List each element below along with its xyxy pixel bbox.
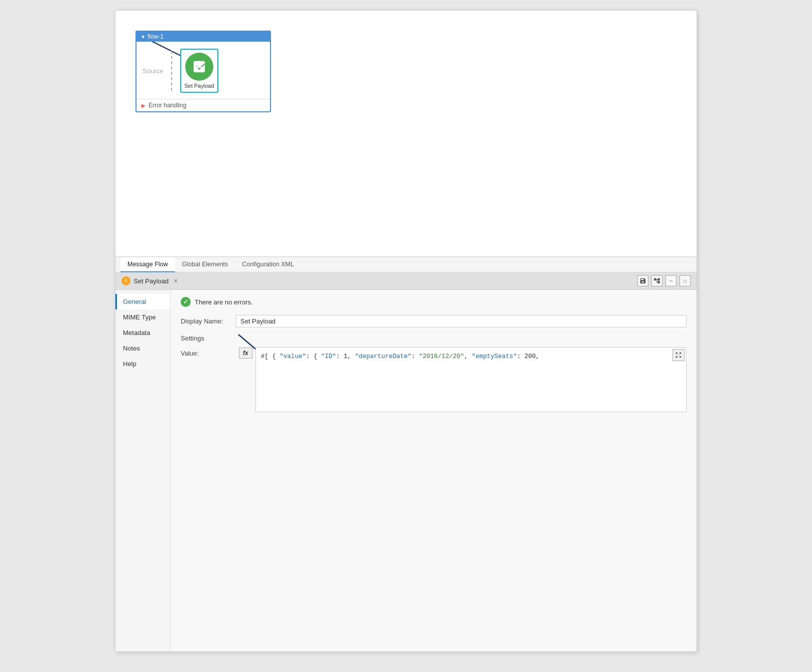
panel-sidebar: General MIME Type Metadata Notes Help (115, 290, 171, 651)
panel-title-text: Set Payload (133, 277, 169, 285)
check-icon: ✓ (181, 297, 191, 307)
code-editor[interactable]: #[ { "value": { "ID": 1, "departureDate"… (255, 347, 687, 412)
code-editor-wrapper: #[ { "value": { "ID": 1, "departureDate"… (255, 347, 687, 412)
flow-body: Source Set Payload (137, 42, 270, 99)
main-window: ▼ flow-1 Source Set Payload (115, 10, 697, 652)
settings-heading: Settings (181, 334, 204, 342)
sidebar-item-metadata[interactable]: Metadata (115, 325, 170, 341)
save-toolbar-icon[interactable] (637, 275, 648, 286)
payload-svg-icon (192, 59, 207, 74)
panel-toolbar-icons: − □ (637, 275, 691, 286)
canvas-area: ▼ flow-1 Source Set Payload (115, 11, 697, 256)
sidebar-item-help[interactable]: Help (115, 356, 170, 372)
panel-main: ✓ There are no errors. Display Name: Set… (171, 290, 697, 651)
panel-title-bar: ! Set Payload × − (115, 272, 697, 290)
tab-message-flow[interactable]: Message Flow (120, 257, 175, 272)
flow-header: ▼ flow-1 (137, 32, 270, 42)
no-errors-text: There are no errors. (195, 298, 253, 306)
svg-rect-2 (195, 67, 203, 68)
maximize-toolbar-icon[interactable]: □ (680, 275, 691, 286)
minimize-toolbar-icon[interactable]: − (665, 275, 676, 286)
error-handling-bar[interactable]: ▶ Error handling (137, 99, 270, 111)
set-payload-icon (185, 53, 213, 81)
sidebar-item-mime-type[interactable]: MIME Type (115, 309, 170, 325)
panel-title-left: ! Set Payload × (121, 276, 180, 285)
svg-rect-1 (195, 64, 203, 66)
flow-collapse-icon[interactable]: ▼ (141, 34, 146, 40)
properties-panel: ! Set Payload × − (115, 272, 697, 651)
error-triangle-icon: ▶ (142, 103, 146, 108)
value-row: Value: fx #[ { "value": { "ID": 1, "depa… (181, 347, 687, 412)
tab-global-elements[interactable]: Global Elements (175, 257, 235, 272)
sidebar-item-general[interactable]: General (115, 294, 170, 309)
error-handling-label: Error handling (149, 102, 186, 109)
sidebar-item-notes[interactable]: Notes (115, 341, 170, 356)
panel-content: General MIME Type Metadata Notes Help ✓ … (115, 290, 697, 651)
flow-container: ▼ flow-1 Source Set Payload (136, 31, 271, 112)
display-name-input[interactable] (236, 315, 687, 327)
fx-button[interactable]: fx (239, 348, 252, 359)
tree-toolbar-icon[interactable] (651, 275, 662, 286)
flow-separator (171, 51, 172, 91)
panel-close-button[interactable]: × (172, 277, 180, 285)
value-label: Value: (181, 347, 236, 357)
display-name-row: Display Name: (181, 315, 687, 327)
panel-warning-icon: ! (121, 276, 130, 285)
node-label: Set Payload (184, 83, 214, 89)
code-editor-expand-icon[interactable] (672, 349, 685, 361)
source-label: Source (143, 67, 163, 75)
no-errors-row: ✓ There are no errors. (181, 297, 687, 307)
tab-configuration-xml[interactable]: Configuration XML (235, 257, 301, 272)
display-name-label: Display Name: (181, 315, 236, 325)
tab-bar: Message Flow Global Elements Configurati… (115, 256, 697, 272)
flow-name: flow-1 (148, 33, 164, 40)
set-payload-node[interactable]: Set Payload (180, 49, 218, 93)
